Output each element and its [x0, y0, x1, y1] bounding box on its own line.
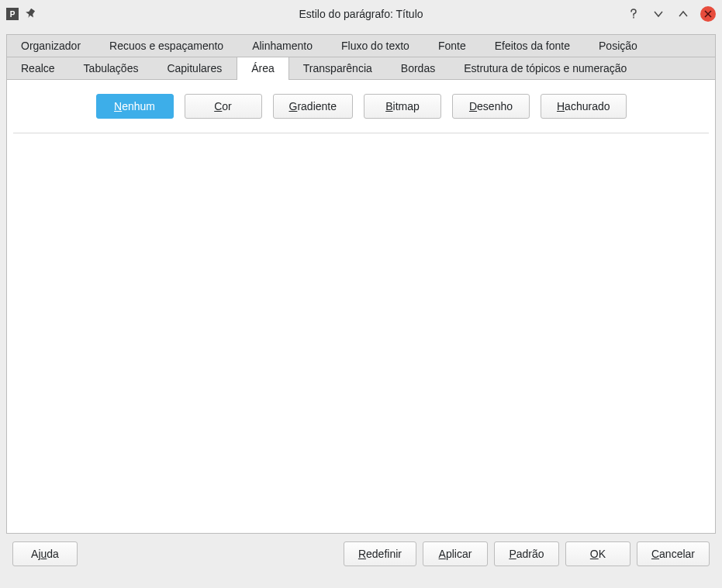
tab-tabulacoes[interactable]: Tabulações: [70, 57, 154, 79]
fill-bitmap-button[interactable]: Bitmap: [364, 94, 441, 119]
tabs-container: Organizador Recuos e espaçamento Alinham…: [6, 34, 716, 534]
standard-button[interactable]: Padrão: [494, 541, 559, 566]
tab-organizador[interactable]: Organizador: [7, 35, 95, 57]
app-icon: P: [6, 8, 19, 20]
tab-realce[interactable]: Realce: [7, 57, 70, 79]
fill-none-button[interactable]: Nenhum: [96, 94, 174, 119]
tab-bordas[interactable]: Bordas: [387, 57, 450, 79]
minimize-icon[interactable]: [651, 6, 666, 22]
tab-row-2: Realce Tabulações Capitulares Área Trans…: [7, 57, 715, 80]
tab-alinhamento[interactable]: Alinhamento: [238, 35, 327, 57]
window-title: Estilo do parágrafo: Título: [0, 8, 722, 20]
tab-transparencia[interactable]: Transparência: [289, 57, 387, 79]
close-icon[interactable]: [700, 6, 716, 22]
dialog-body: Organizador Recuos e espaçamento Alinham…: [0, 28, 722, 579]
reset-button[interactable]: Redefinir: [344, 541, 416, 566]
cancel-button[interactable]: Cancelar: [637, 541, 710, 566]
tab-recuos[interactable]: Recuos e espaçamento: [95, 35, 238, 57]
titlebar: P Estilo do parágrafo: Título: [0, 0, 722, 28]
fill-gradient-button[interactable]: Gradiente: [273, 94, 353, 119]
help-button[interactable]: Ajuda: [12, 541, 78, 566]
tab-area[interactable]: Área: [237, 57, 289, 80]
dialog-footer: Ajuda Redefinir Aplicar Padrão OK Cancel…: [6, 534, 716, 572]
tab-estrutura[interactable]: Estrutura de tópicos e numeração: [450, 57, 641, 79]
pin-icon[interactable]: [25, 8, 37, 20]
fill-pattern-button[interactable]: Desenho: [452, 94, 530, 119]
apply-button[interactable]: Aplicar: [423, 541, 488, 566]
fill-hatching-button[interactable]: Hachurado: [541, 94, 627, 119]
tab-row-1: Organizador Recuos e espaçamento Alinham…: [7, 35, 715, 57]
help-icon[interactable]: [626, 6, 641, 22]
maximize-icon[interactable]: [675, 6, 691, 22]
tab-fonte[interactable]: Fonte: [424, 35, 481, 57]
fill-type-buttons: Nenhum Cor Gradiente Bitmap Desenho Hach…: [13, 94, 709, 133]
tab-posicao[interactable]: Posição: [585, 35, 652, 57]
tab-content-area: Nenhum Cor Gradiente Bitmap Desenho Hach…: [7, 80, 715, 533]
tab-efeitos[interactable]: Efeitos da fonte: [481, 35, 585, 57]
tab-fluxo[interactable]: Fluxo do texto: [327, 35, 424, 57]
tab-capitulares[interactable]: Capitulares: [153, 57, 237, 79]
ok-button[interactable]: OK: [565, 541, 630, 566]
fill-color-button[interactable]: Cor: [185, 94, 262, 119]
